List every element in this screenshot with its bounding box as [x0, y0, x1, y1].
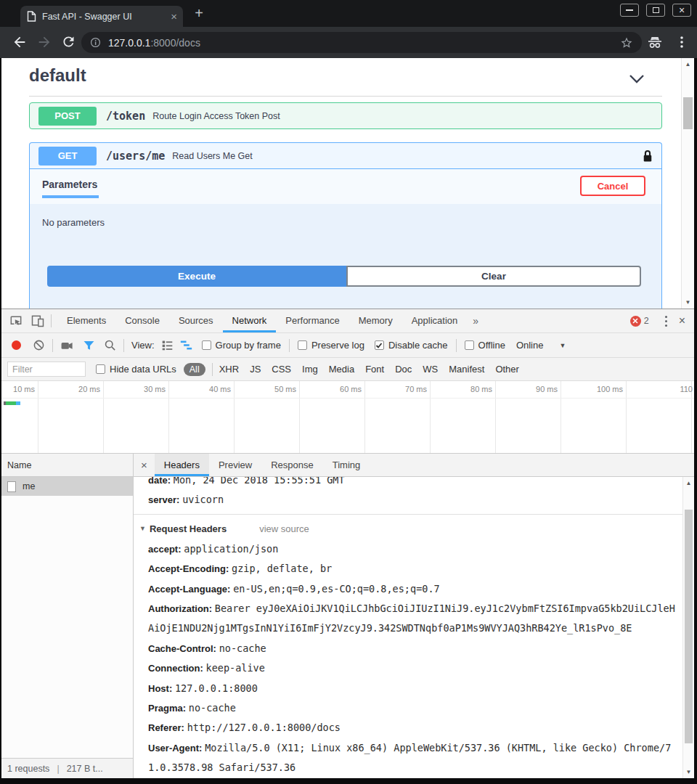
checkbox-unchecked[interactable]: [202, 340, 211, 350]
tab-close-icon[interactable]: ×: [171, 11, 177, 22]
request-header-line: accept: application/json: [134, 539, 682, 559]
offline-checkbox[interactable]: Offline: [465, 340, 505, 351]
tab-headers[interactable]: Headers: [155, 454, 209, 476]
tab-performance[interactable]: Performance: [276, 309, 348, 332]
response-header-line: server: uvicorn: [134, 490, 682, 510]
filter-type-all[interactable]: All: [184, 363, 205, 376]
tab-network[interactable]: Network: [223, 309, 277, 332]
name-column-header[interactable]: Name: [1, 454, 133, 477]
back-button[interactable]: [12, 34, 29, 52]
page-scrollbar[interactable]: ▲ ▼: [681, 58, 694, 309]
filter-type-doc[interactable]: Doc: [395, 364, 412, 375]
chevron-down-icon[interactable]: [629, 74, 645, 83]
network-overview-timeline[interactable]: 10 ms 20 ms 30 ms 40 ms 50 ms 60 ms 70 m…: [1, 381, 694, 454]
timeline-tick: 10 ms: [1, 385, 35, 393]
endpoint-header[interactable]: POST /token Route Login Access Token Pos…: [30, 103, 661, 128]
throttling-caret-icon[interactable]: ▼: [559, 342, 566, 349]
clear-button[interactable]: Clear: [346, 266, 641, 287]
checkbox-unchecked[interactable]: [96, 364, 105, 374]
filter-type-manifest[interactable]: Manifest: [449, 364, 484, 375]
tab-sources[interactable]: Sources: [169, 309, 223, 332]
hide-data-urls-checkbox[interactable]: Hide data URLs: [96, 364, 176, 375]
detail-scrollbar[interactable]: ▲ ▼: [682, 477, 694, 778]
scrollbar-thumb[interactable]: [685, 510, 693, 743]
inspect-element-icon[interactable]: [9, 314, 23, 328]
filter-type-xhr[interactable]: XHR: [219, 364, 239, 375]
window-close-button[interactable]: ×: [672, 4, 691, 17]
error-badge-icon[interactable]: [630, 316, 641, 327]
more-tabs-icon[interactable]: »: [467, 315, 484, 327]
url-text: 127.0.0.1:8000/docs: [108, 37, 200, 49]
filter-type-js[interactable]: JS: [250, 364, 261, 375]
tab-application[interactable]: Application: [402, 309, 468, 332]
request-row-me[interactable]: me: [1, 477, 133, 496]
view-source-link[interactable]: view source: [259, 523, 309, 534]
waterfall-request-bar[interactable]: [4, 401, 20, 405]
page-info-icon[interactable]: [90, 37, 101, 48]
browser-toolbar: 127.0.0.1:8000/docs: [0, 27, 697, 58]
group-by-frame-checkbox[interactable]: Group by frame: [202, 340, 281, 351]
search-icon[interactable]: [104, 339, 116, 351]
error-count[interactable]: 2: [644, 316, 649, 326]
filter-type-font[interactable]: Font: [365, 364, 384, 375]
filter-type-img[interactable]: Img: [302, 364, 318, 375]
forward-button[interactable]: [36, 34, 54, 52]
browser-tab[interactable]: Fast API - Swagger UI ×: [20, 6, 183, 27]
clear-log-icon[interactable]: [33, 339, 45, 351]
timeline-tick: 60 ms: [321, 385, 362, 393]
divider: [289, 339, 290, 352]
tab-preview[interactable]: Preview: [209, 454, 261, 476]
checkbox-unchecked[interactable]: [465, 340, 474, 350]
filter-type-media[interactable]: Media: [329, 364, 354, 375]
disable-cache-checkbox[interactable]: Disable cache: [375, 340, 448, 351]
view-rows-icon[interactable]: [161, 339, 174, 351]
request-header-line: Authorization: Bearer eyJ0eXAiOiJKV1QiLC…: [134, 599, 682, 639]
capture-screenshots-icon[interactable]: [60, 339, 74, 352]
device-toolbar-icon[interactable]: [30, 314, 45, 328]
record-icon[interactable]: [12, 340, 21, 350]
execute-button[interactable]: Execute: [47, 266, 346, 287]
filter-input[interactable]: [7, 362, 86, 377]
filter-type-other[interactable]: Other: [495, 364, 519, 375]
detail-close-icon[interactable]: ×: [141, 459, 147, 471]
tab-timing[interactable]: Timing: [323, 454, 370, 476]
browser-menu-icon[interactable]: [674, 33, 689, 51]
filter-type-ws[interactable]: WS: [423, 364, 438, 375]
show-overview-icon[interactable]: [180, 339, 192, 351]
checkbox-checked[interactable]: [375, 340, 384, 350]
preserve-log-checkbox[interactable]: Preserve log: [298, 340, 364, 351]
disclosure-triangle-icon[interactable]: ▼: [139, 525, 146, 532]
devtools-close-icon[interactable]: ×: [679, 314, 685, 327]
address-bar[interactable]: 127.0.0.1:8000/docs: [81, 32, 642, 53]
scroll-down-icon[interactable]: ▼: [683, 769, 694, 775]
transferred-size: 217 B t...: [67, 764, 103, 774]
reload-button[interactable]: [61, 34, 78, 52]
filter-funnel-icon[interactable]: [83, 339, 95, 351]
method-badge-get: GET: [38, 147, 97, 166]
throttling-select[interactable]: Online: [516, 340, 544, 351]
new-tab-button[interactable]: +: [190, 4, 208, 22]
tab-response[interactable]: Response: [261, 454, 323, 476]
tab-memory[interactable]: Memory: [349, 309, 402, 332]
filter-type-css[interactable]: CSS: [272, 364, 291, 375]
request-headers-section[interactable]: ▼ Request Headers view source: [134, 518, 682, 539]
endpoint-post-token[interactable]: POST /token Route Login Access Token Pos…: [29, 102, 662, 129]
endpoint-header[interactable]: GET /users/me Read Users Me Get: [30, 143, 661, 169]
close-icon: ×: [679, 5, 685, 15]
bookmark-star-icon[interactable]: [620, 36, 633, 49]
lock-icon[interactable]: [643, 150, 653, 163]
scrollbar-thumb[interactable]: [683, 97, 693, 129]
scroll-up-icon[interactable]: ▲: [682, 61, 694, 68]
checkbox-unchecked[interactable]: [298, 340, 307, 350]
scroll-down-icon[interactable]: ▼: [682, 299, 694, 306]
devtools-menu-icon[interactable]: [665, 320, 667, 322]
tab-console[interactable]: Console: [115, 309, 169, 332]
window-minimize-button[interactable]: [620, 4, 639, 17]
tab-elements[interactable]: Elements: [57, 309, 115, 332]
timeline-tick: 20 ms: [60, 385, 100, 393]
timeline-tick: 110: [652, 385, 693, 393]
cancel-button[interactable]: Cancel: [580, 176, 645, 196]
scroll-up-icon[interactable]: ▲: [683, 480, 694, 486]
window-maximize-button[interactable]: [646, 4, 665, 17]
request-list-panel: Name me 1 requests | 217 B t...: [1, 454, 134, 778]
